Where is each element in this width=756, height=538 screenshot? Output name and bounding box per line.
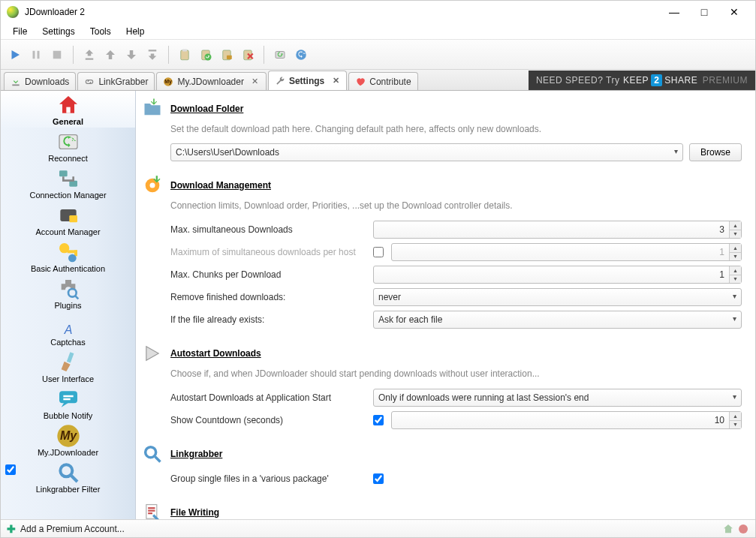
countdown-checkbox[interactable]	[373, 415, 384, 425]
maximize-button[interactable]: □	[689, 2, 719, 23]
spin-up[interactable]: ▲	[729, 266, 741, 275]
sidebar-item-plugins[interactable]: Plugins	[1, 275, 135, 311]
section-desc: Connection limits, Download order, Prior…	[170, 200, 742, 211]
svg-rect-1	[181, 50, 189, 60]
play-button[interactable]	[5, 45, 25, 65]
move-up-button[interactable]	[101, 45, 120, 65]
move-top-button[interactable]	[80, 45, 99, 65]
sidebar-label: Plugins	[54, 301, 81, 310]
promo-premium: PREMIUM	[703, 75, 748, 86]
sidebar-item-myjd[interactable]: My My.JDownloader	[1, 422, 135, 458]
sidebar-item-connection[interactable]: Connection Manager	[1, 164, 135, 201]
sidebar-item-bubble[interactable]: Bubble Notify	[1, 385, 135, 422]
sidebar-item-basicauth[interactable]: Basic Authentication	[1, 238, 135, 275]
tab-downloads[interactable]: Downloads	[4, 72, 76, 90]
window-title: JDownloader 2	[25, 7, 659, 17]
clipboard-button[interactable]	[175, 45, 194, 65]
max-sim-input[interactable]	[373, 221, 742, 239]
sidebar-label: Account Manager	[35, 227, 100, 236]
tab-linkgrabber[interactable]: LinkGrabber	[77, 72, 155, 90]
plus-icon[interactable]: ✚	[7, 523, 16, 535]
svg-point-22	[68, 254, 77, 263]
max-host-checkbox[interactable]	[373, 247, 384, 257]
menu-help[interactable]: Help	[119, 25, 152, 38]
section-download-folder: Download Folder Set the default download…	[142, 98, 742, 161]
pause-button[interactable]	[26, 45, 46, 65]
countdown-input[interactable]	[391, 411, 742, 429]
svg-rect-10	[12, 84, 19, 86]
promo-keep: KEEP	[623, 75, 649, 86]
sidebar-label: Basic Authentication	[31, 264, 105, 273]
section-title: File Writing	[170, 507, 219, 518]
tab-contribute[interactable]: Contribute	[348, 72, 417, 90]
reconnect-button[interactable]	[270, 45, 290, 65]
clipboard-delete-button[interactable]	[238, 45, 258, 65]
exists-select[interactable]: Ask for each file	[373, 311, 742, 329]
settings-sidebar: General Reconnect Connection Manager Acc…	[1, 91, 136, 519]
autostart-select[interactable]: Only if downloads were running at last S…	[373, 389, 742, 407]
minimize-button[interactable]: —	[659, 2, 689, 23]
svg-point-9	[296, 50, 306, 60]
download-path-input[interactable]	[170, 143, 683, 161]
autostart-label: Autostart Downloads at Application Start	[170, 392, 366, 403]
spin-up[interactable]: ▲	[729, 221, 741, 230]
search-icon	[56, 461, 80, 485]
settings-content: Download Folder Set the default download…	[136, 91, 755, 519]
spin-down[interactable]: ▼	[729, 275, 741, 284]
max-chunks-input[interactable]	[373, 266, 742, 284]
svg-rect-6	[227, 55, 232, 59]
menu-settings[interactable]: Settings	[35, 25, 82, 38]
move-bottom-button[interactable]	[143, 45, 162, 65]
stop-button[interactable]	[47, 45, 67, 65]
sidebar-item-ui[interactable]: User Interface	[1, 348, 135, 385]
home-small-icon[interactable]	[722, 523, 734, 535]
sidebar-item-general[interactable]: General	[1, 91, 135, 128]
sidebar-label: General	[53, 117, 83, 126]
close-button[interactable]: ✕	[719, 2, 749, 23]
add-premium-link[interactable]: Add a Premium Account...	[20, 524, 125, 534]
browse-button[interactable]: Browse	[689, 143, 742, 161]
play-arrow-icon	[142, 343, 163, 364]
svg-point-34	[739, 524, 748, 533]
max-host-label: Maximum of simultaneous downloads per ho…	[170, 247, 366, 257]
spin-up[interactable]: ▲	[729, 412, 741, 421]
remove-label: Remove finished downloads:	[170, 292, 366, 302]
tab-label: Downloads	[25, 77, 69, 87]
update-button[interactable]	[291, 45, 311, 65]
captcha-icon: A	[56, 314, 80, 338]
move-down-button[interactable]	[122, 45, 141, 65]
max-host-input	[391, 243, 742, 261]
folder-down-icon	[142, 98, 163, 119]
svg-point-23	[68, 289, 77, 297]
globe-small-icon[interactable]	[737, 523, 749, 535]
section-title: Autostart Downloads	[170, 348, 261, 359]
linkgrabber-filter-checkbox[interactable]	[5, 464, 16, 475]
brush-icon	[56, 350, 80, 374]
spin-down[interactable]: ▼	[729, 421, 741, 429]
tab-settings[interactable]: Settings ✕	[268, 71, 347, 90]
sidebar-item-reconnect[interactable]: Reconnect	[1, 128, 135, 164]
sidebar-label: Bubble Notify	[44, 411, 92, 420]
tab-label: LinkGrabber	[98, 77, 148, 87]
svg-rect-25	[66, 352, 74, 362]
home-icon	[56, 93, 80, 117]
tab-myjdownloader[interactable]: My My.JDownloader ✕	[156, 72, 266, 90]
group-files-checkbox[interactable]	[373, 473, 384, 484]
app-logo-icon	[7, 6, 19, 18]
sidebar-item-linkgrabber-filter[interactable]: Linkgrabber Filter	[1, 458, 135, 495]
download-icon	[11, 77, 21, 87]
sidebar-item-captchas[interactable]: A Captchas	[1, 311, 135, 348]
sidebar-item-account[interactable]: Account Manager	[1, 201, 135, 238]
svg-text:My: My	[165, 79, 173, 85]
clipboard-lock-button[interactable]	[217, 45, 236, 65]
tab-close-icon[interactable]: ✕	[331, 77, 340, 86]
remove-select[interactable]: never	[373, 288, 742, 306]
menu-file[interactable]: File	[5, 25, 35, 38]
clipboard-refresh-button[interactable]	[196, 45, 215, 65]
svg-rect-8	[276, 51, 285, 58]
promo-banner[interactable]: NEED SPEED? Try KEEP 2 SHARE PREMIUM	[529, 71, 755, 90]
tab-close-icon[interactable]: ✕	[251, 77, 260, 86]
tab-label: My.JDownloader	[177, 77, 243, 87]
menu-tools[interactable]: Tools	[83, 25, 119, 38]
spin-down[interactable]: ▼	[729, 230, 741, 239]
